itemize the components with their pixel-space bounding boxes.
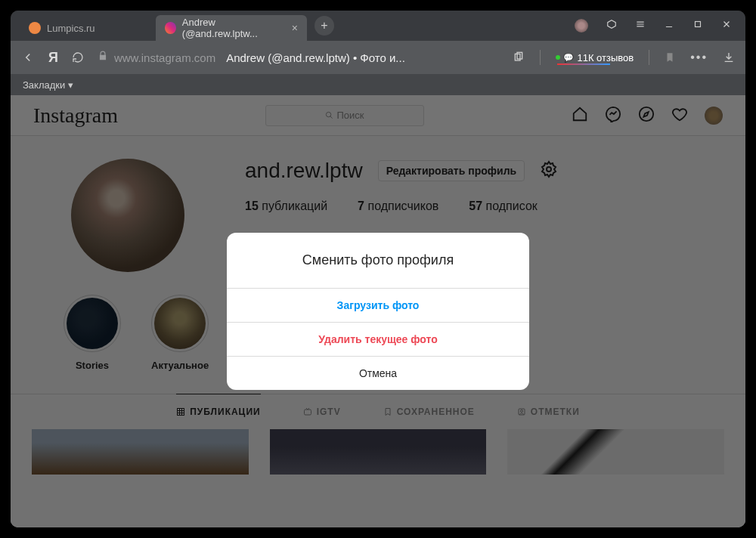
modal-overlay[interactable]: Сменить фото профиля Загрузить фото Удал… xyxy=(11,95,745,527)
tab-title: Lumpics.ru xyxy=(47,23,95,34)
modal-title: Сменить фото профиля xyxy=(227,233,529,289)
browser-profile-avatar[interactable] xyxy=(575,19,588,32)
maximize-icon[interactable] xyxy=(692,19,703,32)
copy-icon[interactable] xyxy=(513,51,525,63)
more-icon[interactable]: ••• xyxy=(690,51,708,64)
url-title: Andrew (@and.rew.lptw) • Фото и... xyxy=(226,51,405,64)
reviews-badge[interactable]: 💬11К отзывов xyxy=(556,52,634,63)
minimize-icon[interactable] xyxy=(664,19,674,32)
bookmark-icon[interactable] xyxy=(665,51,675,63)
close-tab-icon[interactable]: × xyxy=(292,22,298,34)
address-bar: Я www.instagram.com Andrew (@and.rew.lpt… xyxy=(11,41,745,74)
menu-icon[interactable] xyxy=(635,19,646,32)
remove-photo-button[interactable]: Удалить текущее фото xyxy=(227,323,529,357)
bookmarks-bar[interactable]: Закладки ▾ xyxy=(11,74,745,95)
favicon xyxy=(29,22,41,34)
favicon-instagram xyxy=(165,22,176,34)
yandex-icon[interactable]: Я xyxy=(48,50,58,66)
new-tab-button[interactable]: + xyxy=(314,16,334,36)
browser-titlebar: Lumpics.ru Andrew (@and.rew.lptw... × + xyxy=(11,11,745,41)
svg-rect-4 xyxy=(696,22,701,27)
url-field[interactable]: www.instagram.com Andrew (@and.rew.lptw)… xyxy=(98,51,405,64)
back-icon[interactable] xyxy=(21,51,35,64)
lock-icon xyxy=(98,51,108,64)
upload-photo-button[interactable]: Загрузить фото xyxy=(227,289,529,323)
collections-icon[interactable] xyxy=(606,19,617,32)
browser-tab-active[interactable]: Andrew (@and.rew.lptw... × xyxy=(156,15,307,41)
url-domain: www.instagram.com xyxy=(114,51,215,64)
change-photo-modal: Сменить фото профиля Загрузить фото Удал… xyxy=(227,233,529,390)
close-window-icon[interactable] xyxy=(721,19,732,32)
tab-title: Andrew (@and.rew.lptw... xyxy=(182,17,286,39)
cancel-button[interactable]: Отмена xyxy=(227,357,529,390)
bookmarks-label: Закладки ▾ xyxy=(23,79,73,91)
download-icon[interactable] xyxy=(723,51,735,63)
reload-icon[interactable] xyxy=(72,51,84,63)
browser-tab-inactive[interactable]: Lumpics.ru xyxy=(20,15,156,41)
